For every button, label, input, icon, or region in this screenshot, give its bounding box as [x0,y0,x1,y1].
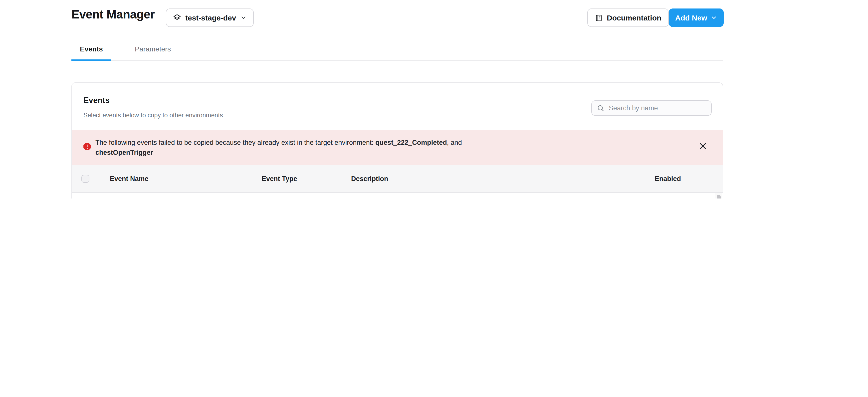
select-all-checkbox[interactable] [82,175,89,183]
tab-bar: Events Parameters [71,41,723,61]
panel-title: Events [84,96,110,105]
scrollbar-thumb[interactable] [717,195,721,198]
error-banner: The following events failed to be copied… [72,130,723,165]
add-new-button[interactable]: Add New [669,8,724,27]
error-banner-message: The following events failed to be copied… [95,138,462,157]
table-row: acquisitionSource Standard Record inform… [72,193,723,198]
tab-events[interactable]: Events [71,41,112,60]
add-new-button-label: Add New [675,13,707,22]
column-header-enabled: Enabled [655,175,681,183]
column-header-event-name: Event Name [110,175,149,183]
environment-selector-label: test-stage-dev [185,13,236,22]
chevron-down-icon [240,14,246,21]
page-title: Event Manager [71,7,155,22]
column-header-description: Description [351,175,388,183]
layers-icon [173,13,181,22]
events-panel: Events Select events below to copy to ot… [71,82,723,198]
column-header-event-type: Event Type [262,175,297,183]
panel-subtitle: Select events below to copy to other env… [84,112,223,119]
documentation-button-label: Documentation [607,13,661,22]
error-icon [83,142,91,151]
documentation-button[interactable]: Documentation [587,8,669,27]
tab-parameters[interactable]: Parameters [126,41,180,60]
documentation-icon [595,14,603,22]
chevron-down-icon [711,14,717,21]
environment-selector[interactable]: test-stage-dev [166,8,253,27]
search-icon [597,104,604,112]
close-icon[interactable] [698,141,708,151]
search-input[interactable] [608,104,706,112]
search-box [591,100,712,116]
table-body: acquisitionSource Standard Record inform… [72,193,723,198]
event-manager-page: Event Manager test-stage-dev Documentati… [0,0,868,198]
table-scrollbar[interactable] [715,193,722,198]
table-header: Event Name Event Type Description Enable… [72,165,723,193]
